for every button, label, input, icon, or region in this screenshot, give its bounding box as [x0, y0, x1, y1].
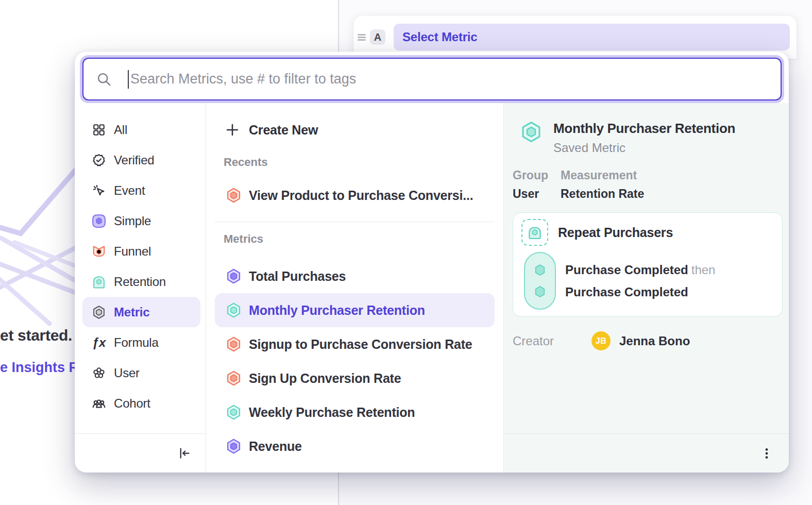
event-cursor-icon — [91, 182, 107, 199]
details-header: Monthly Purchaser Retention Saved Metric — [513, 119, 789, 155]
kebab-menu-icon[interactable] — [760, 447, 773, 460]
filter-sidebar: All Verified Event — [75, 103, 206, 473]
retention-metric-icon — [91, 274, 107, 290]
step-texts: Purchase Completedthen Purchase Complete… — [565, 252, 715, 310]
measurement-property: Measurement Retention Rate — [561, 169, 644, 201]
sidebar-item-funnel[interactable]: Funnel — [82, 236, 200, 266]
metric-item-label: Revenue — [249, 439, 302, 454]
recent-metric-item[interactable]: View Product to Purchase Conversi... — [215, 178, 495, 212]
create-new-label: Create New — [249, 123, 318, 138]
plus-icon — [225, 123, 240, 137]
step-2-event: Purchase Completed — [565, 285, 688, 299]
search-focus-ring — [80, 55, 784, 103]
simple-metric-hexagon-icon — [225, 267, 242, 285]
metric-hexagon-icon — [91, 304, 107, 321]
search-input[interactable] — [129, 71, 781, 87]
metric-definition-card: Repeat Purchasers Purchase Completedthen… — [513, 212, 783, 317]
formula-fx-icon: ƒx — [91, 334, 107, 351]
creator-avatar: JB — [591, 331, 611, 350]
sidebar-item-label: Event — [114, 183, 145, 198]
funnel-metric-hexagon-icon — [225, 335, 242, 354]
select-metric-label: Select Metric — [402, 30, 477, 44]
step-hexagon-icon — [533, 284, 547, 299]
retention-metric-hexagon-icon — [225, 403, 242, 422]
metrics-list: Total Purchases Monthly Purchaser Retent… — [215, 259, 495, 463]
retention-steps-capsule — [524, 252, 556, 310]
query-row-letter-chip: A — [370, 29, 385, 45]
sidebar-item-simple[interactable]: Simple — [82, 206, 200, 236]
creator-label: Creator — [513, 334, 591, 348]
metric-item-label: Weekly Purchase Retention — [249, 405, 415, 420]
metric-item-revenue[interactable]: Revenue — [215, 429, 495, 463]
retention-behavior-icon — [526, 224, 544, 241]
group-property: Group User — [513, 169, 548, 201]
metric-item-signup-to-purchase[interactable]: Signup to Purchase Conversion Rate — [215, 327, 495, 361]
modal-body: All Verified Event — [75, 103, 789, 473]
details-title: Monthly Purchaser Retention — [553, 121, 735, 137]
grid-icon — [91, 122, 107, 138]
step-1: Purchase Completedthen — [565, 263, 715, 277]
details-footer — [504, 433, 789, 473]
search-icon — [96, 71, 112, 87]
metric-item-monthly-purchaser-retention[interactable]: Monthly Purchaser Retention — [215, 293, 495, 327]
sidebar-footer — [75, 433, 206, 473]
metric-picker-modal: All Verified Event — [75, 52, 789, 473]
funnel-metric-icon — [91, 243, 107, 260]
metric-list-column: Create New Recents View Product to Purch… — [206, 103, 504, 473]
sidebar-item-verified[interactable]: Verified — [82, 145, 200, 175]
sidebar-item-label: Cohort — [114, 396, 150, 411]
select-metric-button[interactable]: Select Metric — [394, 24, 790, 50]
drag-handle-icon[interactable] — [358, 33, 366, 41]
sidebar-item-label: Formula — [114, 335, 159, 350]
group-label: Group — [513, 169, 548, 182]
sidebar-item-retention[interactable]: Retention — [82, 266, 200, 297]
background-chart-lines-illustration — [0, 165, 82, 350]
screen: et started. e Insights Re A Select Metri… — [0, 0, 812, 505]
metric-item-total-purchases[interactable]: Total Purchases — [215, 259, 495, 293]
sidebar-item-user[interactable]: User — [82, 358, 200, 388]
sidebar-item-label: User — [114, 366, 140, 380]
recents-header: Recents — [224, 155, 495, 170]
metric-item-label: View Product to Purchase Conversi... — [249, 188, 473, 203]
simple-metric-icon — [91, 213, 107, 229]
user-flower-icon — [91, 365, 107, 381]
background-insights-report-link[interactable]: e Insights Re — [0, 360, 87, 376]
background-get-started-text: et started. — [0, 327, 72, 344]
metric-details-panel: Monthly Purchaser Retention Saved Metric… — [504, 103, 789, 473]
sidebar-item-label: Funnel — [114, 244, 151, 259]
funnel-metric-hexagon-icon — [225, 369, 242, 388]
step-hexagon-icon — [533, 263, 547, 277]
collapse-sidebar-icon[interactable] — [177, 446, 191, 460]
section-divider — [215, 222, 495, 222]
search-box[interactable] — [82, 58, 782, 100]
metric-item-sign-up-conversion[interactable]: Sign Up Conversion Rate — [215, 361, 495, 395]
metrics-header: Metrics — [224, 231, 495, 247]
retention-metric-hexagon-icon — [225, 301, 242, 319]
sidebar-item-event[interactable]: Event — [82, 175, 200, 206]
measurement-value: Retention Rate — [561, 187, 644, 201]
sidebar-item-cohort[interactable]: Cohort — [82, 388, 200, 418]
group-value: User — [513, 187, 548, 201]
details-properties: Group User Measurement Retention Rate — [513, 169, 789, 201]
cohort-people-icon — [91, 395, 107, 412]
simple-metric-hexagon-icon — [225, 437, 242, 456]
creator-row: Creator JB Jenna Bono — [513, 331, 789, 350]
sidebar-item-label: Retention — [114, 275, 166, 289]
metric-item-weekly-purchase-retention[interactable]: Weekly Purchase Retention — [215, 395, 495, 429]
sidebar-item-label: All — [114, 123, 127, 137]
create-new-button[interactable]: Create New — [215, 113, 495, 146]
sidebar-item-label: Metric — [114, 305, 150, 319]
metric-item-label: Total Purchases — [249, 269, 346, 284]
definition-header: Repeat Purchasers — [521, 219, 782, 246]
measurement-label: Measurement — [561, 169, 644, 182]
definition-title: Repeat Purchasers — [558, 225, 673, 240]
verified-badge-icon — [91, 152, 107, 169]
details-subtitle: Saved Metric — [553, 141, 735, 155]
sidebar-item-label: Simple — [114, 214, 151, 228]
creator-name: Jenna Bono — [619, 334, 690, 348]
step-1-event: Purchase Completed — [565, 263, 688, 277]
sidebar-item-all[interactable]: All — [82, 114, 200, 145]
sidebar-item-formula[interactable]: ƒx Formula — [82, 327, 200, 358]
sidebar-item-metric[interactable]: Metric — [82, 297, 200, 327]
definition-steps: Purchase Completedthen Purchase Complete… — [524, 252, 782, 310]
